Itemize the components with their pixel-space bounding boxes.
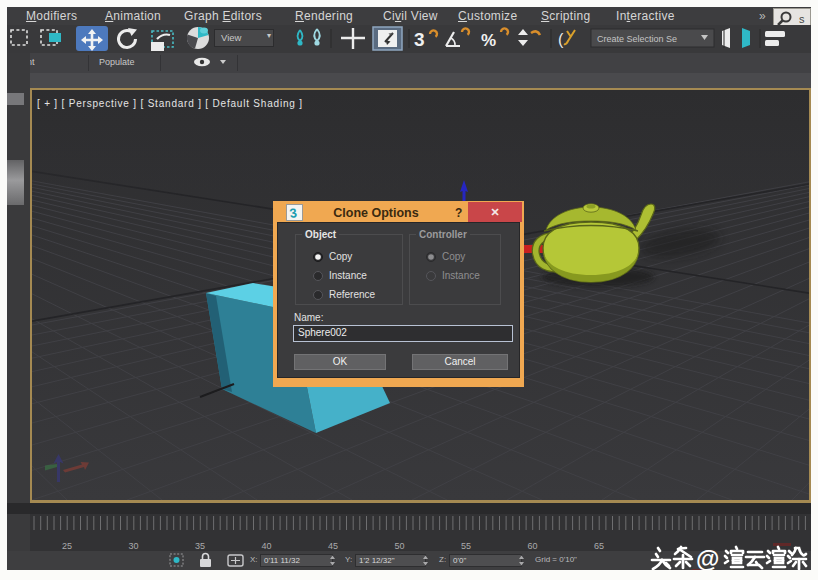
- svg-text:%: %: [481, 31, 496, 50]
- svg-text:s: s: [799, 13, 805, 25]
- svg-text:40: 40: [261, 541, 271, 551]
- svg-text:65: 65: [594, 541, 604, 551]
- svg-text:50: 50: [394, 541, 404, 551]
- svg-text:Create Selection Se: Create Selection Se: [597, 34, 677, 44]
- svg-text:35: 35: [195, 541, 205, 551]
- svg-text:25: 25: [62, 541, 72, 551]
- svg-text:45: 45: [328, 541, 338, 551]
- svg-text:30: 30: [128, 541, 138, 551]
- svg-text:@: @: [696, 545, 719, 571]
- svg-text:55: 55: [461, 541, 471, 551]
- svg-text:60: 60: [527, 541, 537, 551]
- svg-text:3: 3: [414, 29, 425, 50]
- svg-text:(: (: [558, 31, 564, 48]
